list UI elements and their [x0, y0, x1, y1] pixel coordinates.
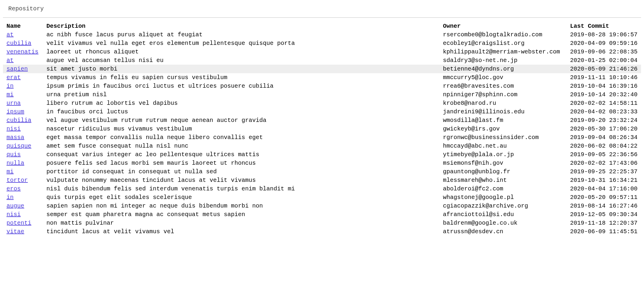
repo-link[interactable]: mi	[7, 168, 14, 175]
cell-owner: whagstonej@google.pl	[439, 193, 567, 202]
cell-description: sit amet justo morbi	[43, 65, 439, 73]
column-header-last-commit[interactable]: Last Commit	[567, 22, 641, 30]
repo-link[interactable]: mi	[7, 91, 14, 98]
cell-last-commit: 2019-09-20 23:32:24	[567, 116, 641, 125]
table-row[interactable]: cubiliavelit vivamus vel nulla eget eros…	[3, 39, 641, 48]
table-row[interactable]: inipsum primis in faucibus orci luctus e…	[3, 82, 641, 90]
table-row[interactable]: erattempus vivamus in felis eu sapien cu…	[3, 73, 641, 82]
cell-owner: ytimebye@plala.or.jp	[439, 150, 567, 159]
table-row[interactable]: atac nibh fusce lacus purus aliquet at f…	[3, 30, 641, 39]
cell-owner: rsercombe0@blogtalkradio.com	[439, 30, 567, 39]
repo-link[interactable]: venenatis	[7, 48, 38, 55]
column-header-owner[interactable]: Owner	[439, 22, 567, 30]
repo-link[interactable]: at	[7, 57, 14, 64]
cell-name: at	[3, 30, 43, 39]
cell-description: consequat varius integer ac leo pellente…	[43, 150, 439, 159]
cell-last-commit: 2019-09-05 22:36:56	[567, 150, 641, 159]
table-row[interactable]: cubiliavel augue vestibulum rutrum rutru…	[3, 116, 641, 125]
table-row[interactable]: nisisemper est quam pharetra magna ac co…	[3, 210, 641, 219]
cell-last-commit: 2020-04-09 09:59:16	[567, 39, 641, 48]
repo-link[interactable]: vitae	[7, 228, 24, 235]
cell-name: nisi	[3, 125, 43, 133]
repo-link[interactable]: cubilia	[7, 40, 31, 47]
repo-link[interactable]: massa	[7, 134, 24, 141]
repo-link[interactable]: nisi	[7, 125, 21, 132]
cell-owner: baldrenm@google.co.uk	[439, 219, 567, 227]
cell-name: eros	[3, 184, 43, 193]
cell-description: non mattis pulvinar	[43, 219, 439, 227]
repo-link[interactable]: augue	[7, 203, 24, 209]
table-row[interactable]: potentinon mattis pulvinarbaldrenm@googl…	[3, 219, 641, 227]
cell-owner: gpauntong@unblog.fr	[439, 167, 567, 176]
cell-description: semper est quam pharetra magna ac conseq…	[43, 210, 439, 219]
cell-description: eget massa tempor convallis nulla neque …	[43, 133, 439, 142]
cell-name: massa	[3, 133, 43, 142]
column-header-name[interactable]: Name	[3, 22, 43, 30]
cell-name: mi	[3, 90, 43, 99]
cell-last-commit: 2019-10-31 16:34:21	[567, 176, 641, 184]
table-row[interactable]: tortorvulputate nonummy maecenas tincidu…	[3, 176, 641, 184]
table-row[interactable]: sapiensit amet justo morbibetienne4@dynd…	[3, 65, 641, 73]
table-row[interactable]: auguesapien sapien non mi integer ac neq…	[3, 202, 641, 210]
table-row[interactable]: venenatislaoreet ut rhoncus aliquetkphil…	[3, 48, 641, 56]
cell-owner: mlessmareh@who.int	[439, 176, 567, 184]
table-row[interactable]: miurna pretium nislnpinniger7@sphinn.com…	[3, 90, 641, 99]
repo-link[interactable]: cubilia	[7, 117, 31, 124]
repo-link[interactable]: quis	[7, 151, 21, 158]
table-row[interactable]: nullaposuere felis sed lacus morbi sem m…	[3, 159, 641, 167]
cell-owner: atrussn@desdev.cn	[439, 227, 567, 236]
table-header-row: Name Description Owner Last Commit	[3, 22, 641, 30]
repo-link[interactable]: urna	[7, 100, 21, 107]
cell-description: quis turpis eget elit sodales scelerisqu…	[43, 193, 439, 202]
repo-link[interactable]: nulla	[7, 160, 24, 166]
repo-link[interactable]: sapien	[7, 66, 28, 72]
cell-owner: afranciottoil@si.edu	[439, 210, 567, 219]
cell-owner: mmccurry5@loc.gov	[439, 73, 567, 82]
table-row[interactable]: ipsumin faucibus orci luctusjandreini9@i…	[3, 107, 641, 116]
cell-description: libero rutrum ac lobortis vel dapibus	[43, 99, 439, 107]
table-row[interactable]: quisqueamet sem fusce consequat nulla ni…	[3, 142, 641, 150]
repo-link[interactable]: in	[7, 83, 14, 89]
repo-link[interactable]: potenti	[7, 220, 31, 226]
cell-description: ac nibh fusce lacus purus aliquet at feu…	[43, 30, 439, 39]
cell-last-commit: 2020-02-02 17:43:06	[567, 159, 641, 167]
cell-name: cubilia	[3, 39, 43, 48]
cell-last-commit: 2020-02-02 14:58:11	[567, 99, 641, 107]
table-row[interactable]: miporttitor id consequat in consequat ut…	[3, 167, 641, 176]
cell-name: augue	[3, 202, 43, 210]
table-row[interactable]: inquis turpis eget elit sodales sceleris…	[3, 193, 641, 202]
cell-owner: krobe8@narod.ru	[439, 99, 567, 107]
repo-link[interactable]: quisque	[7, 143, 31, 149]
repo-link[interactable]: in	[7, 194, 14, 201]
cell-name: sapien	[3, 65, 43, 73]
repo-link[interactable]: nisi	[7, 211, 21, 218]
repo-link[interactable]: erat	[7, 74, 21, 81]
cell-last-commit: 2019-10-04 16:39:16	[567, 82, 641, 90]
table-row[interactable]: ataugue vel accumsan tellus nisi eusdald…	[3, 56, 641, 65]
repo-link[interactable]: eros	[7, 185, 21, 192]
cell-description: vel augue vestibulum rutrum rutrum neque…	[43, 116, 439, 125]
cell-last-commit: 2020-04-04 17:16:00	[567, 184, 641, 193]
cell-last-commit: 2020-05-30 17:06:20	[567, 125, 641, 133]
cell-last-commit: 2019-09-25 22:25:37	[567, 167, 641, 176]
cell-last-commit: 2019-08-28 19:06:57	[567, 30, 641, 39]
table-row[interactable]: erosnisl duis bibendum felis sed interdu…	[3, 184, 641, 193]
table-row[interactable]: vitaetincidunt lacus at velit vivamus ve…	[3, 227, 641, 236]
cell-name: quis	[3, 150, 43, 159]
repo-link[interactable]: at	[7, 31, 14, 38]
column-header-description[interactable]: Description	[43, 22, 439, 30]
table-row[interactable]: massaeget massa tempor convallis nulla n…	[3, 133, 641, 142]
table-row[interactable]: nisinascetur ridiculus mus vivamus vesti…	[3, 125, 641, 133]
cell-last-commit: 2020-01-25 02:00:04	[567, 56, 641, 65]
repo-link[interactable]: tortor	[7, 177, 28, 184]
cell-description: urna pretium nisl	[43, 90, 439, 99]
cell-name: in	[3, 82, 43, 90]
cell-description: vulputate nonummy maecenas tincidunt lac…	[43, 176, 439, 184]
page-title: Repository	[3, 5, 641, 18]
cell-last-commit: 2020-04-02 08:23:33	[567, 107, 641, 116]
table-row[interactable]: urnalibero rutrum ac lobortis vel dapibu…	[3, 99, 641, 107]
repo-link[interactable]: ipsum	[7, 108, 24, 115]
cell-description: ipsum primis in faucibus orci luctus et …	[43, 82, 439, 90]
table-row[interactable]: quisconsequat varius integer ac leo pell…	[3, 150, 641, 159]
cell-description: tempus vivamus in felis eu sapien cursus…	[43, 73, 439, 82]
